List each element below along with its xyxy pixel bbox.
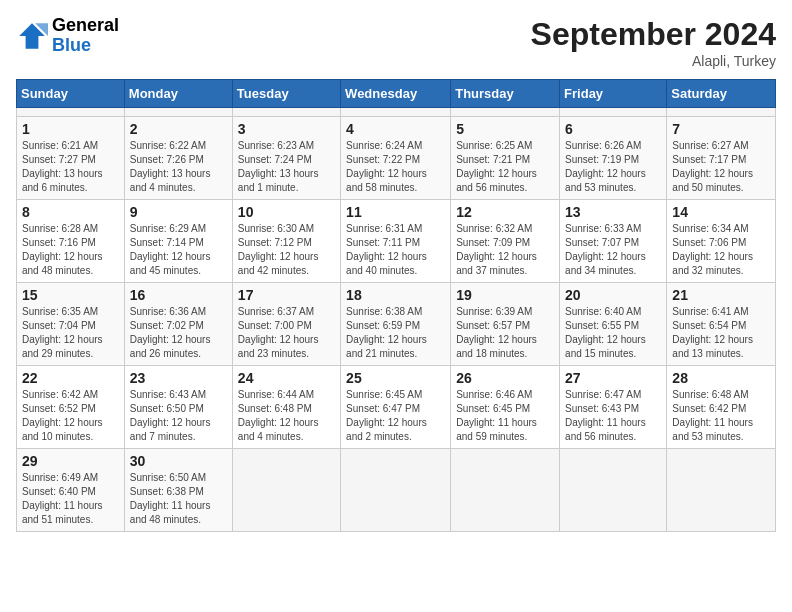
calendar-week-row	[17, 108, 776, 117]
calendar-day-cell: 19Sunrise: 6:39 AMSunset: 6:57 PMDayligh…	[451, 283, 560, 366]
calendar-day-cell: 7Sunrise: 6:27 AMSunset: 7:17 PMDaylight…	[667, 117, 776, 200]
calendar-day-cell: 15Sunrise: 6:35 AMSunset: 7:04 PMDayligh…	[17, 283, 125, 366]
calendar-day-cell: 24Sunrise: 6:44 AMSunset: 6:48 PMDayligh…	[232, 366, 340, 449]
calendar-day-cell	[451, 108, 560, 117]
calendar-day-cell: 20Sunrise: 6:40 AMSunset: 6:55 PMDayligh…	[560, 283, 667, 366]
day-number: 3	[238, 121, 335, 137]
logo-general-text: General	[52, 16, 119, 36]
day-of-week-header: Thursday	[451, 80, 560, 108]
calendar-day-cell	[667, 449, 776, 532]
day-info: Sunrise: 6:34 AMSunset: 7:06 PMDaylight:…	[672, 222, 770, 278]
day-info: Sunrise: 6:28 AMSunset: 7:16 PMDaylight:…	[22, 222, 119, 278]
calendar-day-cell	[17, 108, 125, 117]
page-header: General Blue September 2024 Alapli, Turk…	[16, 16, 776, 69]
location-text: Alapli, Turkey	[531, 53, 776, 69]
day-info: Sunrise: 6:35 AMSunset: 7:04 PMDaylight:…	[22, 305, 119, 361]
day-number: 14	[672, 204, 770, 220]
calendar-day-cell	[560, 449, 667, 532]
calendar-day-cell: 14Sunrise: 6:34 AMSunset: 7:06 PMDayligh…	[667, 200, 776, 283]
calendar-day-cell: 12Sunrise: 6:32 AMSunset: 7:09 PMDayligh…	[451, 200, 560, 283]
calendar-day-cell: 26Sunrise: 6:46 AMSunset: 6:45 PMDayligh…	[451, 366, 560, 449]
calendar-day-cell	[451, 449, 560, 532]
day-number: 24	[238, 370, 335, 386]
day-number: 12	[456, 204, 554, 220]
calendar-day-cell: 11Sunrise: 6:31 AMSunset: 7:11 PMDayligh…	[341, 200, 451, 283]
day-info: Sunrise: 6:22 AMSunset: 7:26 PMDaylight:…	[130, 139, 227, 195]
logo: General Blue	[16, 16, 119, 56]
day-number: 23	[130, 370, 227, 386]
calendar-day-cell: 28Sunrise: 6:48 AMSunset: 6:42 PMDayligh…	[667, 366, 776, 449]
day-info: Sunrise: 6:26 AMSunset: 7:19 PMDaylight:…	[565, 139, 661, 195]
calendar-day-cell	[232, 449, 340, 532]
day-info: Sunrise: 6:44 AMSunset: 6:48 PMDaylight:…	[238, 388, 335, 444]
day-info: Sunrise: 6:29 AMSunset: 7:14 PMDaylight:…	[130, 222, 227, 278]
day-number: 26	[456, 370, 554, 386]
day-info: Sunrise: 6:49 AMSunset: 6:40 PMDaylight:…	[22, 471, 119, 527]
calendar-day-cell: 9Sunrise: 6:29 AMSunset: 7:14 PMDaylight…	[124, 200, 232, 283]
day-number: 27	[565, 370, 661, 386]
day-info: Sunrise: 6:31 AMSunset: 7:11 PMDaylight:…	[346, 222, 445, 278]
calendar-day-cell	[560, 108, 667, 117]
day-info: Sunrise: 6:37 AMSunset: 7:00 PMDaylight:…	[238, 305, 335, 361]
calendar-day-cell: 21Sunrise: 6:41 AMSunset: 6:54 PMDayligh…	[667, 283, 776, 366]
day-info: Sunrise: 6:27 AMSunset: 7:17 PMDaylight:…	[672, 139, 770, 195]
day-info: Sunrise: 6:33 AMSunset: 7:07 PMDaylight:…	[565, 222, 661, 278]
day-info: Sunrise: 6:21 AMSunset: 7:27 PMDaylight:…	[22, 139, 119, 195]
month-title: September 2024	[531, 16, 776, 53]
day-number: 16	[130, 287, 227, 303]
day-number: 15	[22, 287, 119, 303]
calendar-day-cell: 29Sunrise: 6:49 AMSunset: 6:40 PMDayligh…	[17, 449, 125, 532]
day-number: 4	[346, 121, 445, 137]
calendar-day-cell: 4Sunrise: 6:24 AMSunset: 7:22 PMDaylight…	[341, 117, 451, 200]
day-of-week-header: Wednesday	[341, 80, 451, 108]
day-info: Sunrise: 6:23 AMSunset: 7:24 PMDaylight:…	[238, 139, 335, 195]
day-info: Sunrise: 6:48 AMSunset: 6:42 PMDaylight:…	[672, 388, 770, 444]
calendar-day-cell	[341, 108, 451, 117]
calendar-day-cell: 10Sunrise: 6:30 AMSunset: 7:12 PMDayligh…	[232, 200, 340, 283]
day-info: Sunrise: 6:25 AMSunset: 7:21 PMDaylight:…	[456, 139, 554, 195]
day-number: 7	[672, 121, 770, 137]
day-number: 5	[456, 121, 554, 137]
calendar-day-cell: 16Sunrise: 6:36 AMSunset: 7:02 PMDayligh…	[124, 283, 232, 366]
calendar-table: SundayMondayTuesdayWednesdayThursdayFrid…	[16, 79, 776, 532]
calendar-day-cell	[232, 108, 340, 117]
calendar-day-cell: 5Sunrise: 6:25 AMSunset: 7:21 PMDaylight…	[451, 117, 560, 200]
day-info: Sunrise: 6:41 AMSunset: 6:54 PMDaylight:…	[672, 305, 770, 361]
calendar-week-row: 8Sunrise: 6:28 AMSunset: 7:16 PMDaylight…	[17, 200, 776, 283]
calendar-week-row: 15Sunrise: 6:35 AMSunset: 7:04 PMDayligh…	[17, 283, 776, 366]
calendar-day-cell: 23Sunrise: 6:43 AMSunset: 6:50 PMDayligh…	[124, 366, 232, 449]
day-number: 8	[22, 204, 119, 220]
day-number: 19	[456, 287, 554, 303]
day-info: Sunrise: 6:39 AMSunset: 6:57 PMDaylight:…	[456, 305, 554, 361]
calendar-week-row: 29Sunrise: 6:49 AMSunset: 6:40 PMDayligh…	[17, 449, 776, 532]
day-info: Sunrise: 6:46 AMSunset: 6:45 PMDaylight:…	[456, 388, 554, 444]
day-number: 25	[346, 370, 445, 386]
day-number: 21	[672, 287, 770, 303]
calendar-day-cell: 27Sunrise: 6:47 AMSunset: 6:43 PMDayligh…	[560, 366, 667, 449]
calendar-day-cell: 6Sunrise: 6:26 AMSunset: 7:19 PMDaylight…	[560, 117, 667, 200]
day-number: 1	[22, 121, 119, 137]
day-info: Sunrise: 6:40 AMSunset: 6:55 PMDaylight:…	[565, 305, 661, 361]
day-info: Sunrise: 6:45 AMSunset: 6:47 PMDaylight:…	[346, 388, 445, 444]
day-of-week-header: Monday	[124, 80, 232, 108]
calendar-day-cell: 18Sunrise: 6:38 AMSunset: 6:59 PMDayligh…	[341, 283, 451, 366]
calendar-day-cell: 1Sunrise: 6:21 AMSunset: 7:27 PMDaylight…	[17, 117, 125, 200]
day-number: 11	[346, 204, 445, 220]
calendar-day-cell: 30Sunrise: 6:50 AMSunset: 6:38 PMDayligh…	[124, 449, 232, 532]
day-of-week-header: Friday	[560, 80, 667, 108]
day-number: 28	[672, 370, 770, 386]
day-number: 29	[22, 453, 119, 469]
calendar-day-cell	[667, 108, 776, 117]
day-number: 18	[346, 287, 445, 303]
title-block: September 2024 Alapli, Turkey	[531, 16, 776, 69]
logo-blue-text: Blue	[52, 36, 119, 56]
day-number: 9	[130, 204, 227, 220]
day-info: Sunrise: 6:32 AMSunset: 7:09 PMDaylight:…	[456, 222, 554, 278]
day-info: Sunrise: 6:24 AMSunset: 7:22 PMDaylight:…	[346, 139, 445, 195]
logo-icon	[16, 20, 48, 52]
day-info: Sunrise: 6:42 AMSunset: 6:52 PMDaylight:…	[22, 388, 119, 444]
calendar-day-cell: 25Sunrise: 6:45 AMSunset: 6:47 PMDayligh…	[341, 366, 451, 449]
calendar-day-cell: 22Sunrise: 6:42 AMSunset: 6:52 PMDayligh…	[17, 366, 125, 449]
day-of-week-header: Saturday	[667, 80, 776, 108]
day-number: 10	[238, 204, 335, 220]
